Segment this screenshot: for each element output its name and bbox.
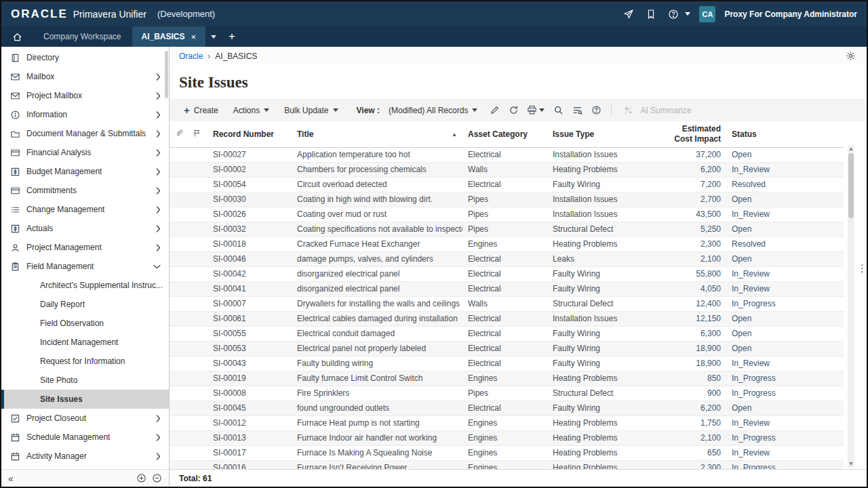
sidebar-item-request-for-information[interactable]: Request for Information — [1, 352, 169, 371]
print-icon[interactable] — [524, 102, 547, 119]
chevron-right-icon[interactable] — [156, 111, 161, 119]
workflow-column-header[interactable] — [187, 121, 208, 148]
sidebar-item-field-management[interactable]: Field Management — [1, 257, 169, 276]
home-icon[interactable] — [1, 26, 33, 47]
scroll-up-icon[interactable] — [849, 147, 853, 150]
sidebar-item-budget-management[interactable]: Budget Management — [1, 162, 169, 181]
chevron-right-icon[interactable] — [156, 225, 161, 232]
sidebar-item-document-manager-submittals[interactable]: Document Manager & Submittals — [1, 124, 169, 143]
table-row[interactable]: SI-00008Fire SprinklersPipesStructural D… — [170, 386, 844, 401]
collapse-sidebar-icon[interactable]: « — [8, 473, 14, 484]
add-tab-button[interactable]: + — [222, 26, 242, 47]
sidebar-item-field-observation[interactable]: Field Observation — [1, 314, 169, 333]
sidebar-item-project-closeout[interactable]: Project Closeout — [1, 409, 169, 428]
sidebar-item-financial-analysis[interactable]: Financial Analysis — [1, 143, 169, 162]
create-button[interactable]: + Create — [178, 99, 224, 121]
view-selector[interactable]: (Modified) All Records — [382, 99, 484, 121]
sidebar-item-change-management[interactable]: Change Management — [1, 200, 169, 219]
sidebar-item-mailbox[interactable]: Mailbox — [1, 67, 169, 86]
gear-icon[interactable] — [844, 49, 857, 63]
table-row[interactable]: SI-00055Electrical conduit damagedElectr… — [170, 327, 844, 342]
help-circle-icon[interactable] — [588, 102, 604, 119]
table-row[interactable]: SI-00016Furnace Isn't Receiving PowerEng… — [170, 461, 844, 470]
chevron-right-icon[interactable] — [156, 168, 161, 176]
table-row[interactable]: SI-00054Circuit overload detectedElectri… — [170, 178, 844, 192]
table-row[interactable]: SI-00032Coating specifications not avail… — [170, 222, 844, 237]
column-header-estimated-cost-impact[interactable]: Estimated Cost Impact — [661, 121, 726, 148]
table-row[interactable]: SI-00026Coating over mud or rustPipesIns… — [170, 207, 844, 222]
table-row[interactable]: SI-00013Furnace Indoor air handler not w… — [170, 431, 844, 446]
column-header-record-number[interactable]: Record Number — [208, 121, 292, 148]
sidebar-item-commitments[interactable]: Commitments — [1, 181, 169, 200]
table-row[interactable]: SI-00019Faulty furnace Limit Control Swi… — [170, 371, 844, 386]
column-header-issue-type[interactable]: Issue Type — [547, 121, 661, 148]
chevron-right-icon[interactable] — [156, 434, 161, 441]
column-header-asset-category[interactable]: Asset Category — [462, 121, 547, 148]
table-row[interactable]: SI-00041disorganized electrical panelEle… — [170, 282, 844, 297]
table-row[interactable]: SI-00012Furnace Heat pump is not startin… — [170, 416, 844, 431]
search-icon[interactable] — [550, 102, 566, 119]
cell-issue-type: Faulty Wiring — [547, 342, 661, 357]
sidebar-item-information[interactable]: Information — [1, 105, 169, 124]
table-row[interactable]: SI-00043Faulty building wiringElectrical… — [170, 357, 844, 371]
chevron-right-icon[interactable] — [156, 149, 161, 157]
pane-resize-handle[interactable]: ⋮ — [857, 266, 867, 271]
table-row[interactable]: SI-00002Chambers for processing chemical… — [170, 163, 844, 178]
chevron-right-icon[interactable] — [156, 415, 161, 422]
table-row[interactable]: SI-00046damage pumps, valves, and cylind… — [170, 252, 844, 267]
zoom-out-icon[interactable] — [152, 473, 162, 483]
sidebar-item-architect-s-supplemental-instruc[interactable]: Architect's Supplemental Instruc... — [1, 276, 169, 295]
tab-ai-basics[interactable]: AI_BASICS × — [132, 26, 206, 47]
scroll-down-icon[interactable] — [849, 462, 853, 466]
zoom-in-icon[interactable] — [136, 473, 146, 483]
table-row[interactable]: SI-00007Drywallers for installing the wa… — [170, 297, 844, 312]
chevron-right-icon[interactable] — [156, 244, 161, 251]
chevron-down-icon[interactable] — [153, 264, 161, 269]
attachment-column-header[interactable] — [170, 121, 187, 148]
table-row[interactable]: SI-00053Electrical panel not properly la… — [170, 342, 844, 357]
chevron-down-icon[interactable] — [685, 12, 690, 16]
table-row[interactable]: SI-00030Coating in high wind with blowin… — [170, 192, 844, 207]
chevron-right-icon[interactable] — [156, 206, 161, 214]
vertical-scrollbar[interactable] — [848, 145, 854, 468]
chevron-right-icon[interactable] — [156, 453, 161, 460]
user-avatar[interactable]: CA — [699, 6, 715, 22]
table-row[interactable]: SI-00018Cracked Furnace Heat ExchangerEn… — [170, 237, 844, 252]
table-row[interactable]: SI-00027Application temperature too hotE… — [170, 148, 844, 163]
sidebar-item-incident-management[interactable]: Incident Management — [1, 333, 169, 352]
sidebar-item-daily-report[interactable]: Daily Report — [1, 295, 169, 314]
sidebar-item-site-photo[interactable]: Site Photo — [1, 371, 169, 390]
close-icon[interactable]: × — [191, 32, 197, 42]
tab-list-chevron-icon[interactable] — [205, 26, 222, 47]
actions-menu-button[interactable]: Actions — [227, 99, 275, 121]
table-row[interactable]: SI-00045found ungrounded outletsElectric… — [170, 401, 844, 416]
table-row[interactable]: SI-00017Furnace Is Making A Squealing No… — [170, 446, 844, 461]
cell-estimated-cost-impact: 1,750 — [661, 416, 726, 431]
sidebar-scrollbar-thumb[interactable] — [165, 51, 168, 98]
sidebar-item-project-management[interactable]: Project Management — [1, 238, 169, 257]
bookmark-icon[interactable] — [644, 7, 658, 21]
sidebar-item-directory[interactable]: Directory — [1, 48, 169, 67]
chevron-right-icon[interactable] — [156, 130, 161, 138]
bulk-update-menu-button[interactable]: Bulk Update — [278, 99, 344, 121]
sidebar-item-site-issues[interactable]: Site Issues — [1, 390, 169, 409]
chevron-right-icon[interactable] — [156, 187, 161, 195]
edit-icon[interactable] — [486, 102, 502, 119]
find-on-page-icon[interactable] — [569, 102, 585, 119]
table-row[interactable]: SI-00061Electrical cables damaged during… — [170, 312, 844, 327]
sidebar-item-project-mailbox[interactable]: Project Mailbox — [1, 86, 169, 105]
refresh-icon[interactable] — [505, 102, 521, 119]
sidebar-item-schedule-management[interactable]: Schedule Management — [1, 428, 169, 447]
chevron-right-icon[interactable] — [156, 92, 161, 100]
scrollbar-thumb[interactable] — [848, 153, 854, 218]
table-row[interactable]: SI-00042disorganized electrical panelEle… — [170, 267, 844, 282]
chevron-right-icon[interactable] — [156, 73, 161, 81]
send-icon[interactable] — [622, 7, 635, 21]
sidebar-item-activity-manager[interactable]: Activity Manager — [1, 447, 169, 466]
breadcrumb-oracle[interactable]: Oracle — [179, 52, 203, 61]
column-header-status[interactable]: Status — [726, 121, 806, 148]
sidebar-item-actuals[interactable]: Actuals — [1, 219, 169, 238]
column-header-title[interactable]: Title ▲ — [292, 121, 462, 148]
tab-company-workspace[interactable]: Company Workspace — [33, 26, 132, 47]
help-icon[interactable] — [667, 7, 680, 21]
